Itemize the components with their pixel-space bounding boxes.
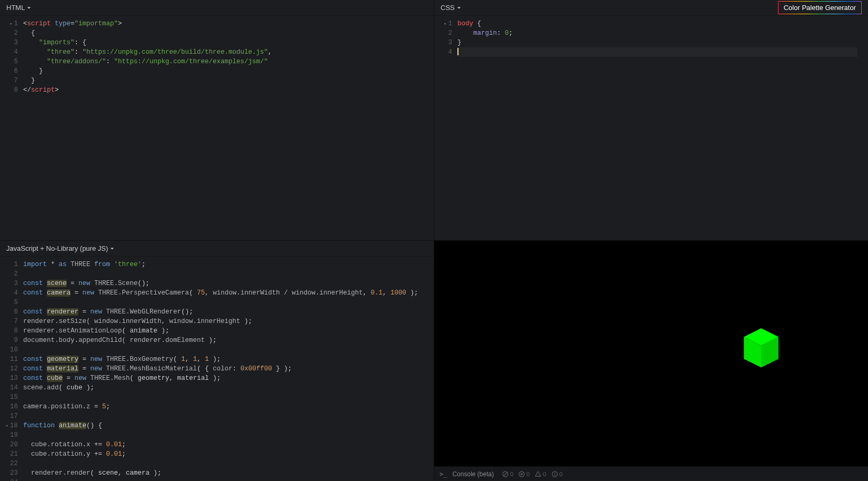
code-line[interactable] [457, 47, 857, 57]
fiddle-grid: HTML ▾12345678<script type="importmap"> … [0, 0, 868, 481]
error-icon [518, 471, 525, 477]
chevron-down-icon [110, 247, 114, 251]
code-line[interactable]: renderer.setSize( window.innerWidth, win… [23, 317, 423, 326]
cube-render [741, 327, 781, 370]
code-line[interactable]: } [457, 38, 857, 47]
code-line[interactable]: "three/addons/": "https://unpkg.com/thre… [23, 57, 423, 66]
code-line[interactable] [23, 269, 423, 279]
code-line[interactable]: <script type="importmap"> [23, 19, 423, 28]
html-label-dropdown[interactable]: HTML [6, 4, 31, 12]
code-line[interactable]: body { [457, 19, 857, 28]
css-label-dropdown[interactable]: CSS [441, 4, 461, 12]
color-palette-generator-button[interactable]: Color Palette Generator [778, 1, 862, 14]
code-line[interactable]: const material = new THREE.MeshBasicMate… [23, 364, 423, 374]
code-line[interactable]: { [23, 28, 423, 38]
svg-point-9 [554, 473, 555, 474]
js-editor[interactable]: 1234567891011121314151617▾18192021222324… [0, 257, 434, 481]
code-line[interactable] [23, 392, 423, 402]
line-gutter: 1234567891011121314151617▾18192021222324… [0, 260, 23, 481]
svg-line-4 [504, 472, 507, 476]
code-line[interactable]: margin: 0; [457, 28, 857, 38]
code-line[interactable]: const cube = new THREE.Mesh( geometry, m… [23, 374, 423, 383]
code-line[interactable]: </script> [23, 85, 423, 95]
code-line[interactable]: "three": "https://unpkg.com/three/build/… [23, 47, 423, 57]
code-line[interactable] [23, 478, 423, 481]
css-pane: CSS Color Palette Generator ▾1234body { … [434, 0, 868, 240]
code-body[interactable]: body { margin: 0;} [457, 19, 868, 240]
code-line[interactable]: } [23, 66, 423, 76]
code-line[interactable] [23, 411, 423, 421]
code-body[interactable]: <script type="importmap"> { "imports": {… [23, 19, 434, 240]
code-line[interactable]: camera.position.z = 5; [23, 402, 423, 411]
html-label-text: HTML [6, 4, 25, 12]
code-line[interactable]: document.body.appendChild( renderer.domE… [23, 336, 423, 345]
info-icon [552, 471, 558, 477]
console-blocked-badge[interactable]: 0 [502, 471, 513, 477]
line-gutter: ▾1234 [434, 19, 457, 240]
code-line[interactable]: const renderer = new THREE.WebGLRenderer… [23, 307, 423, 317]
console-badges: 0 0 0 0 [502, 471, 563, 477]
css-pane-header: CSS Color Palette Generator [434, 0, 868, 16]
css-label-text: CSS [441, 4, 455, 12]
line-gutter: ▾12345678 [0, 19, 23, 240]
console-info-badge[interactable]: 0 [552, 471, 563, 477]
console-errors-badge[interactable]: 0 [518, 471, 530, 477]
html-pane-header: HTML [0, 0, 434, 16]
console-bar[interactable]: >_ Console (beta) 0 0 0 0 [434, 466, 868, 481]
code-line[interactable]: import * as THREE from 'three'; [23, 260, 423, 269]
js-pane: JavaScript + No-Library (pure JS) 123456… [0, 241, 434, 481]
js-pane-header: JavaScript + No-Library (pure JS) [0, 241, 434, 257]
code-line[interactable] [23, 345, 423, 355]
console-label: Console (beta) [452, 470, 494, 478]
chevron-down-icon [27, 6, 31, 10]
console-prompt-icon: >_ [440, 470, 447, 478]
code-line[interactable] [23, 298, 423, 307]
console-warnings-badge[interactable]: 0 [535, 471, 546, 477]
code-line[interactable]: scene.add( cube ); [23, 383, 423, 392]
code-line[interactable]: const camera = new THREE.PerspectiveCame… [23, 288, 423, 298]
code-line[interactable]: } [23, 76, 423, 85]
code-line[interactable]: renderer.setAnimationLoop( animate ); [23, 326, 423, 336]
code-line[interactable] [23, 430, 423, 440]
code-line[interactable]: const scene = new THREE.Scene(); [23, 279, 423, 288]
code-line[interactable]: const geometry = new THREE.BoxGeometry( … [23, 355, 423, 364]
text-cursor [457, 48, 458, 55]
code-line[interactable]: cube.rotation.x += 0.01; [23, 440, 423, 449]
result-pane: >_ Console (beta) 0 0 0 0 [434, 241, 868, 481]
blocked-icon [502, 471, 508, 477]
css-editor[interactable]: ▾1234body { margin: 0;} [434, 16, 868, 240]
code-line[interactable] [23, 459, 423, 468]
code-line[interactable]: cube.rotation.y += 0.01; [23, 449, 423, 459]
js-label-text: JavaScript + No-Library (pure JS) [6, 244, 108, 252]
chevron-down-icon [457, 6, 461, 10]
html-pane: HTML ▾12345678<script type="importmap"> … [0, 0, 434, 240]
html-editor[interactable]: ▾12345678<script type="importmap"> { "im… [0, 16, 434, 240]
preview-area[interactable] [434, 241, 868, 466]
code-line[interactable]: "imports": { [23, 38, 423, 47]
code-line[interactable]: function animate() { [23, 421, 423, 430]
js-label-dropdown[interactable]: JavaScript + No-Library (pure JS) [6, 244, 114, 252]
code-line[interactable]: renderer.render( scene, camera ); [23, 468, 423, 478]
warning-icon [535, 471, 541, 477]
code-body[interactable]: import * as THREE from 'three';const sce… [23, 260, 434, 481]
